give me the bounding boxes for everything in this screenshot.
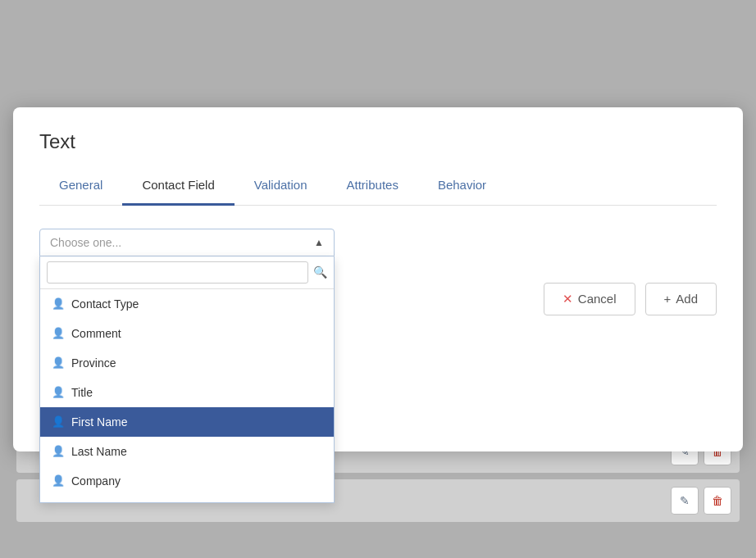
tab-contact-field[interactable]: Contact Field [122, 170, 234, 206]
item-label: Contact Type [71, 297, 139, 311]
modal-overlay: ✎ 🗑 ✎ 🗑 Text General Contact Field Valid… [0, 0, 756, 558]
person-icon: 👤 [52, 474, 65, 487]
tab-validation[interactable]: Validation [235, 170, 327, 206]
dropdown-trigger[interactable]: Choose one... ▲ [39, 229, 335, 256]
dropdown-item-title[interactable]: 👤Title [40, 378, 334, 407]
person-icon: 👤 [52, 356, 65, 369]
item-label: Comment [71, 327, 121, 340]
edit-icon-2[interactable]: ✎ [671, 487, 699, 515]
tab-behavior[interactable]: Behavior [418, 170, 506, 206]
dropdown-item-contact-type[interactable]: 👤Contact Type [40, 289, 334, 319]
item-label: First Name [71, 415, 127, 429]
cancel-x-icon: ✕ [562, 292, 573, 306]
person-icon: 👤 [52, 297, 65, 310]
modal-title: Text [39, 130, 717, 153]
dropdown-search-input[interactable] [47, 261, 308, 284]
search-icon: 🔍 [313, 265, 327, 279]
dropdown-list: 👤Contact Type👤Comment👤Province👤Title👤Fir… [40, 289, 334, 502]
tab-attributes[interactable]: Attributes [327, 170, 418, 206]
dropdown-arrow-icon: ▲ [314, 237, 324, 248]
dropdown-placeholder: Choose one... [50, 236, 121, 249]
dropdown-item-comment[interactable]: 👤Comment [40, 319, 334, 348]
add-button[interactable]: + Add [645, 283, 717, 315]
person-icon: 👤 [52, 445, 65, 457]
add-label: Add [676, 292, 698, 306]
modal-dialog: Text General Contact Field Validation At… [13, 107, 743, 451]
item-label: Title [71, 386, 93, 399]
add-plus-icon: + [664, 292, 672, 306]
cancel-label: Cancel [578, 292, 617, 306]
person-icon: 👤 [52, 327, 65, 339]
person-icon: 👤 [52, 415, 65, 428]
dropdown-item-last-name[interactable]: 👤Last Name [40, 437, 334, 466]
dropdown-item-first-name[interactable]: 👤First Name [40, 407, 334, 437]
person-icon: 👤 [52, 386, 65, 398]
dropdown-item-province[interactable]: 👤Province [40, 348, 334, 378]
item-label: Last Name [71, 445, 127, 458]
item-label: Company [71, 474, 121, 488]
contact-field-dropdown[interactable]: Choose one... ▲ 🔍 👤Contact Type👤Comment👤… [39, 229, 335, 256]
dropdown-item-company[interactable]: 👤Company [40, 466, 334, 496]
dropdown-panel: 🔍 👤Contact Type👤Comment👤Province👤Title👤F… [39, 256, 335, 503]
dropdown-item-position[interactable]: 👤Position [40, 496, 334, 502]
item-label: Province [71, 356, 116, 370]
dropdown-search-area: 🔍 [40, 256, 334, 289]
tab-general[interactable]: General [39, 170, 122, 206]
cancel-button[interactable]: ✕ Cancel [544, 283, 635, 315]
tab-bar: General Contact Field Validation Attribu… [39, 170, 717, 206]
delete-icon-2[interactable]: 🗑 [704, 487, 731, 515]
